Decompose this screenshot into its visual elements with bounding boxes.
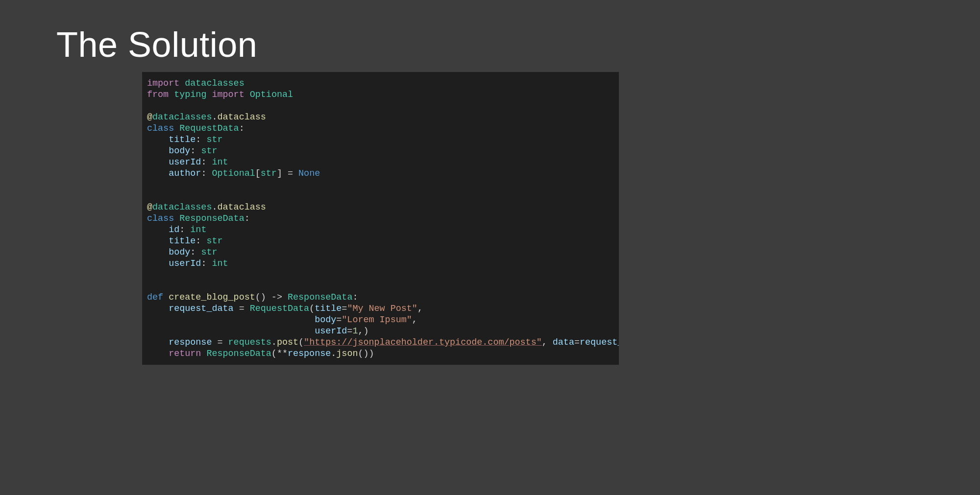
code-line: body: str [147,247,218,258]
code-line: id: int [147,225,206,235]
code-line: body="Lorem Ipsum", [147,315,417,325]
code-line: request_data = RequestData(title="My New… [147,304,423,314]
code-line: class ResponseData: [147,213,250,224]
code-line: def create_blog_post() -> ResponseData: [147,292,358,303]
code-line: title: str [147,135,223,145]
code-line: @dataclasses.dataclass [147,202,266,212]
code-line: @dataclasses.dataclass [147,112,266,122]
code-line: from typing import Optional [147,90,293,100]
code-block: import dataclasses from typing import Op… [142,72,619,365]
code-line: userId=1,) [147,326,369,336]
code-line: return ResponseData(**response.json()) [147,349,374,359]
slide-title: The Solution [56,24,980,65]
code-line: class RequestData: [147,123,245,134]
code-line: userId: int [147,157,228,167]
code-line: body: str [147,146,218,156]
code-line: import dataclasses [147,78,245,89]
code-line: response = requests.post("https://jsonpl… [147,337,619,348]
code-line: userId: int [147,259,228,269]
code-line: author: Optional[str] = None [147,168,320,179]
code-line: title: str [147,236,223,246]
